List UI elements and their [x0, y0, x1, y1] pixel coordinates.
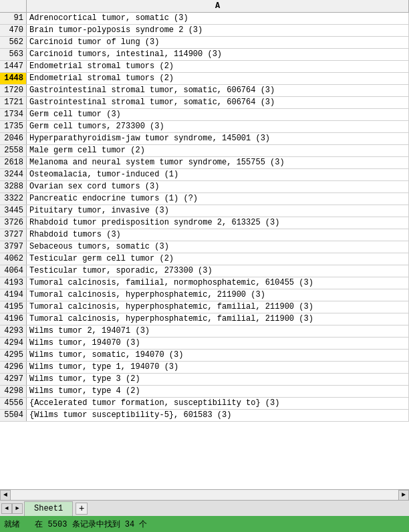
- cell-a: Osteomalacia, tumor-induced (1): [27, 169, 409, 180]
- table-row[interactable]: 4062Testicular germ cell tumor (2): [0, 253, 409, 265]
- cell-a: Brain tumor-polyposis syndrome 2 (3): [27, 25, 409, 36]
- row-number: 3726: [0, 217, 27, 229]
- cell-a: Tumoral calcinosis, hyperphosphatemic, 2…: [27, 289, 409, 301]
- cell-a: Rhabdoid tumors (3): [27, 229, 409, 241]
- table-row[interactable]: 4556{Accelerated tumor formation, suscep…: [0, 398, 409, 410]
- table-row[interactable]: 563Carcinoid tumors, intestinal, 114900 …: [0, 49, 409, 61]
- scroll-track[interactable]: [11, 490, 398, 501]
- cell-a: Sebaceous tumors, somatic (3): [27, 241, 409, 253]
- row-number: 2618: [0, 157, 27, 168]
- table-row[interactable]: 1447Endometrial stromal tumors (2): [0, 61, 409, 73]
- table-row[interactable]: 3726Rhabdoid tumor predisposition syndro…: [0, 217, 409, 229]
- row-number: 4064: [0, 265, 27, 277]
- sheet1-tab[interactable]: Sheet1: [24, 501, 73, 516]
- cell-a: Wilms tumor, somatic, 194070 (3): [27, 350, 409, 361]
- row-number: 562: [0, 37, 27, 48]
- cell-a: Testicular germ cell tumor (2): [27, 253, 409, 265]
- table-row[interactable]: 4194Tumoral calcinosis, hyperphosphatemi…: [0, 289, 409, 301]
- status-separator: [23, 519, 32, 529]
- table-row[interactable]: 3288Ovarian sex cord tumors (3): [0, 181, 409, 193]
- cell-a: Carcinoid tumor of lung (3): [27, 37, 409, 48]
- row-number: 4297: [0, 374, 27, 385]
- row-number: 563: [0, 49, 27, 60]
- status-search-result: 在 5503 条记录中找到 34 个: [35, 519, 147, 530]
- table-row[interactable]: 5504{Wilms tumor susceptibility-5}, 6015…: [0, 410, 409, 422]
- spreadsheet: A 91Adrenocortical tumor, somatic (3)470…: [0, 0, 409, 532]
- table-row[interactable]: 4196Tumoral calcinosis, hyperphosphatemi…: [0, 313, 409, 325]
- cell-a: Testicular tumor, sporadic, 273300 (3): [27, 265, 409, 277]
- row-number: 1447: [0, 61, 27, 72]
- col-a-header: A: [27, 0, 409, 12]
- row-number: 3288: [0, 181, 27, 192]
- add-sheet-btn[interactable]: +: [76, 503, 88, 515]
- table-row[interactable]: 2046Hyperparathyroidism-jaw tumor syndro…: [0, 133, 409, 145]
- table-row[interactable]: 4294Wilms tumor, 194070 (3): [0, 338, 409, 350]
- table-row[interactable]: 4297Wilms tumor, type 3 (2): [0, 374, 409, 386]
- cell-a: Tumoral calcinosis, hyperphosphatemic, f…: [27, 301, 409, 313]
- row-number: 4195: [0, 301, 27, 313]
- cell-a: Carcinoid tumors, intestinal, 114900 (3): [27, 49, 409, 60]
- table-row[interactable]: 2618Melanoma and neural system tumor syn…: [0, 157, 409, 169]
- table-row[interactable]: 4195Tumoral calcinosis, hyperphosphatemi…: [0, 301, 409, 313]
- data-area[interactable]: 91Adrenocortical tumor, somatic (3)470Br…: [0, 13, 409, 489]
- row-number: 4196: [0, 313, 27, 325]
- cell-a: {Wilms tumor susceptibility-5}, 601583 (…: [27, 410, 409, 421]
- table-row[interactable]: 4293Wilms tumor 2, 194071 (3): [0, 325, 409, 338]
- row-number: 4293: [0, 325, 27, 337]
- scroll-left-btn[interactable]: ◄: [0, 490, 11, 501]
- cell-a: Male germ cell tumor (2): [27, 145, 409, 156]
- status-ready: 就绪: [4, 519, 20, 530]
- row-number: 1721: [0, 97, 27, 108]
- cell-a: Pituitary tumor, invasive (3): [27, 205, 409, 217]
- cell-a: Wilms tumor, 194070 (3): [27, 338, 409, 349]
- table-row[interactable]: 1720Gastrointestinal stromal tumor, soma…: [0, 85, 409, 97]
- row-number: 4193: [0, 277, 27, 289]
- row-number: 1734: [0, 109, 27, 120]
- scroll-right-btn[interactable]: ►: [398, 490, 409, 501]
- table-row[interactable]: 4296Wilms tumor, type 1, 194070 (3): [0, 362, 409, 374]
- cell-a: Wilms tumor 2, 194071 (3): [27, 325, 409, 337]
- table-row[interactable]: 3797Sebaceous tumors, somatic (3): [0, 241, 409, 253]
- horizontal-scrollbar: ◄ ►: [0, 489, 409, 500]
- row-number: 3797: [0, 241, 27, 253]
- row-number: 91: [0, 13, 27, 24]
- tab-bar: ◄ ► Sheet1 +: [0, 500, 409, 516]
- row-number: 4296: [0, 362, 27, 373]
- table-row[interactable]: 4298Wilms tumor, type 4 (2): [0, 386, 409, 398]
- row-number: 3445: [0, 205, 27, 217]
- table-row[interactable]: 3244Osteomalacia, tumor-induced (1): [0, 169, 409, 181]
- table-row[interactable]: 3727Rhabdoid tumors (3): [0, 229, 409, 241]
- table-row[interactable]: 562Carcinoid tumor of lung (3): [0, 37, 409, 49]
- table-row[interactable]: 3322Pancreatic endocrine tumors (1) (?): [0, 193, 409, 205]
- cell-a: Tumoral calcinosis, hyperphosphatemic, f…: [27, 313, 409, 325]
- table-row[interactable]: 4193Tumoral calcinosis, familial, normop…: [0, 277, 409, 289]
- table-row[interactable]: 91Adrenocortical tumor, somatic (3): [0, 13, 409, 25]
- table-row[interactable]: 1734Germ cell tumor (3): [0, 109, 409, 121]
- table-row[interactable]: 4064Testicular tumor, sporadic, 273300 (…: [0, 265, 409, 277]
- table-row[interactable]: 4295Wilms tumor, somatic, 194070 (3): [0, 350, 409, 362]
- table-row[interactable]: 1735Germ cell tumors, 273300 (3): [0, 121, 409, 133]
- row-number: 4194: [0, 289, 27, 301]
- cell-a: Tumoral calcinosis, familial, normophosp…: [27, 277, 409, 289]
- status-bar: 就绪 在 5503 条记录中找到 34 个: [0, 516, 409, 532]
- row-num-header: [0, 0, 27, 12]
- row-number: 4294: [0, 338, 27, 349]
- row-number: 4295: [0, 350, 27, 361]
- cell-a: Rhabdoid tumor predisposition syndrome 2…: [27, 217, 409, 229]
- table-row[interactable]: 470Brain tumor-polyposis syndrome 2 (3): [0, 25, 409, 37]
- cell-a: Ovarian sex cord tumors (3): [27, 181, 409, 192]
- cell-a: Gastrointestinal stromal tumor, somatic,…: [27, 85, 409, 96]
- cell-a: Endometrial stromal tumors (2): [27, 61, 409, 72]
- table-row[interactable]: 2558Male germ cell tumor (2): [0, 145, 409, 157]
- table-row[interactable]: 1721Gastrointestinal stromal tumor, soma…: [0, 97, 409, 109]
- tab-scroll-right[interactable]: ►: [12, 503, 23, 514]
- row-number: 1720: [0, 85, 27, 96]
- table-row[interactable]: 1448Endometrial stromal tumors (2): [0, 73, 409, 85]
- row-number: 470: [0, 25, 27, 36]
- cell-a: Adrenocortical tumor, somatic (3): [27, 13, 409, 24]
- table-row[interactable]: 3445Pituitary tumor, invasive (3): [0, 205, 409, 217]
- tab-scroll-left[interactable]: ◄: [1, 503, 12, 514]
- cell-a: Hyperparathyroidism-jaw tumor syndrome, …: [27, 133, 409, 144]
- row-number: 5504: [0, 410, 27, 421]
- column-header-row: A: [0, 0, 409, 13]
